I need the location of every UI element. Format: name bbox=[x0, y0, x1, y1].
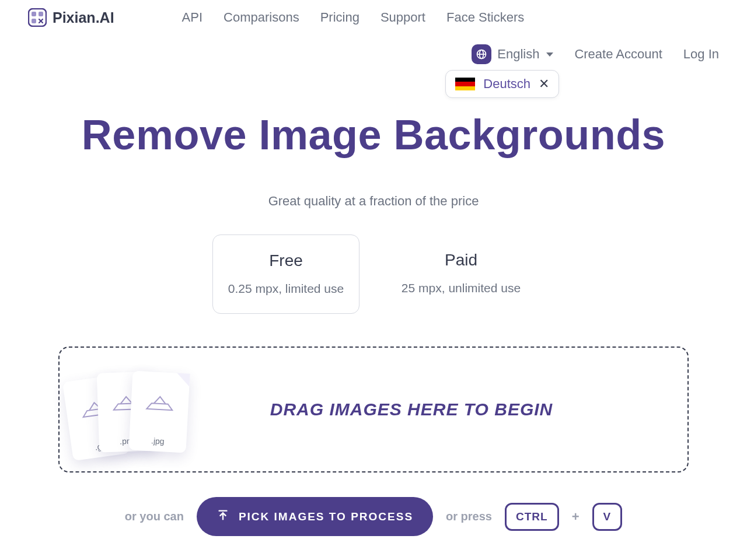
nav-comparisons[interactable]: Comparisons bbox=[224, 10, 299, 25]
hero: Remove Image Backgrounds Great quality a… bbox=[0, 111, 747, 209]
plan-free[interactable]: Free 0.25 mpx, limited use bbox=[212, 235, 359, 314]
globe-icon bbox=[472, 44, 491, 64]
page-subtitle: Great quality at a fraction of the price bbox=[0, 194, 747, 209]
svg-rect-2 bbox=[39, 12, 43, 16]
svg-rect-1 bbox=[32, 12, 36, 16]
brand[interactable]: Pixian.AI bbox=[28, 8, 114, 27]
login-link[interactable]: Log In bbox=[683, 47, 719, 62]
key-ctrl: CTRL bbox=[505, 503, 559, 531]
flag-de-icon bbox=[455, 78, 475, 90]
upload-icon bbox=[217, 509, 229, 524]
nav-links: API Comparisons Pricing Support Face Sti… bbox=[182, 10, 525, 25]
file-stack-illustration: .gif .png .jpg bbox=[62, 372, 202, 471]
plan-paid-desc: 25 mpx, unlimited use bbox=[398, 281, 524, 295]
nav-face-stickers[interactable]: Face Stickers bbox=[446, 10, 524, 25]
pick-images-button[interactable]: PICK IMAGES TO PROCESS bbox=[197, 497, 433, 536]
language-selector[interactable]: English bbox=[472, 44, 553, 64]
chevron-down-icon bbox=[546, 52, 553, 57]
logo-icon bbox=[28, 8, 47, 27]
navbar: Pixian.AI API Comparisons Pricing Suppor… bbox=[0, 0, 747, 27]
action-row: or you can PICK IMAGES TO PROCESS or pre… bbox=[0, 497, 747, 536]
or-press-label: or press bbox=[446, 510, 492, 523]
language-current: English bbox=[497, 47, 539, 62]
language-suggestion-link[interactable]: Deutsch bbox=[483, 76, 530, 92]
key-v: V bbox=[592, 503, 623, 531]
or-you-can-label: or you can bbox=[125, 510, 184, 523]
brand-name: Pixian.AI bbox=[53, 9, 114, 26]
language-suggestion-popover: Deutsch ✕ bbox=[445, 70, 559, 98]
file-card-jpg: .jpg bbox=[129, 371, 190, 453]
plus-label: + bbox=[572, 509, 580, 524]
page-title: Remove Image Backgrounds bbox=[0, 111, 747, 159]
pick-images-label: PICK IMAGES TO PROCESS bbox=[239, 510, 413, 523]
nav-api[interactable]: API bbox=[182, 10, 203, 25]
create-account-link[interactable]: Create Account bbox=[574, 47, 662, 62]
plan-paid-title: Paid bbox=[398, 251, 524, 270]
nav-support[interactable]: Support bbox=[381, 10, 425, 25]
nav-pricing[interactable]: Pricing bbox=[320, 10, 359, 25]
svg-rect-3 bbox=[32, 19, 36, 23]
plan-free-desc: 0.25 mpx, limited use bbox=[224, 282, 348, 296]
dropzone[interactable]: .gif .png .jpg DRAG IMAGES HERE TO BEGIN bbox=[58, 346, 689, 473]
close-icon[interactable]: ✕ bbox=[539, 76, 549, 92]
plan-free-title: Free bbox=[224, 251, 348, 270]
plan-tiles: Free 0.25 mpx, limited use Paid 25 mpx, … bbox=[0, 235, 747, 314]
svg-rect-0 bbox=[29, 9, 46, 26]
plan-paid[interactable]: Paid 25 mpx, unlimited use bbox=[388, 235, 535, 314]
navbar-secondary: English Create Account Log In Deutsch ✕ bbox=[0, 27, 747, 64]
